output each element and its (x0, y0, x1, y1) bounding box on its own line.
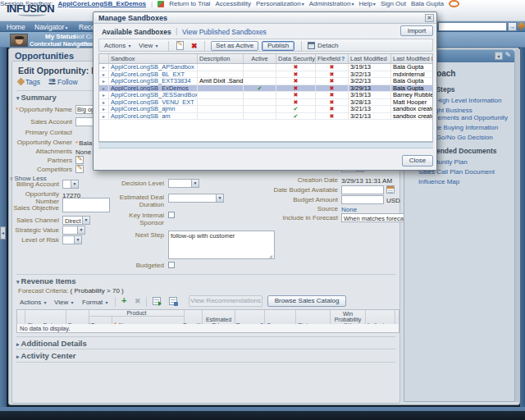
additional-details-section-header[interactable]: ▸Additional Details (16, 339, 87, 348)
follow-link[interactable]: Follow (48, 78, 78, 86)
strategic-value-select[interactable]: ▼ (62, 226, 85, 235)
menu-return-to-trial[interactable]: Return to Trial (169, 0, 210, 7)
sandbox-row[interactable]: ▸ApplCoreLongSB_EXT33834Amit Dixit .Sand… (99, 78, 432, 85)
competitors-edit-icon[interactable] (75, 165, 84, 173)
detach-button[interactable]: Detach (317, 42, 338, 49)
coach-doc-link[interactable]: Influence Map (418, 178, 511, 185)
dialog-title-bar[interactable]: Manage Sandboxes (94, 12, 436, 24)
sandbox-row[interactable]: ▸ApplCoreLongSB_am✔✖3/21/13sandbox creat… (99, 113, 432, 121)
calendar-icon[interactable] (386, 185, 395, 194)
key-internal-sponsor-checkbox[interactable] (168, 212, 175, 218)
row-expand-icon[interactable]: ▸ (103, 107, 105, 112)
presence-ring-icon[interactable] (449, 0, 459, 7)
budget-amount-label: Budget Amount (271, 197, 338, 204)
flexfield-column-header[interactable]: Flexfield? (316, 54, 349, 63)
browse-sales-catalog-button[interactable]: Browse Sales Catalog (267, 295, 346, 307)
contextual-nav-value[interactable]: Yes (82, 40, 93, 48)
tab-available-sandboxes[interactable]: Available Sandboxes (102, 28, 171, 36)
chevron-down-icon: ▾ (302, 2, 304, 7)
budgeted-checkbox[interactable] (168, 262, 175, 268)
sandbox-column-header[interactable]: Sandbox (109, 54, 198, 63)
sales-channel-select[interactable]: Direct▼ (62, 216, 90, 225)
export-table-icon[interactable] (153, 297, 161, 305)
rail-scrollbar[interactable] (515, 49, 520, 402)
partners-edit-icon[interactable] (75, 156, 84, 164)
menu-help[interactable]: Help▾ (358, 0, 375, 7)
next-step-textarea[interactable]: follow-up with customer (168, 231, 275, 259)
row-expand-icon[interactable]: ▸ (103, 93, 105, 98)
import-button[interactable]: Import (400, 25, 433, 36)
sandbox-row[interactable]: ▸ApplCoreLongSB_ExDemos✔✖✖3/29/13Bala Gu… (99, 85, 432, 93)
detach-icon[interactable] (308, 42, 315, 49)
activity-center-section-header[interactable]: ▸Activity Center (16, 351, 76, 360)
sandbox-name-link[interactable]: ApplCoreLongSB_ExDemos (111, 85, 189, 92)
search-go-button[interactable]: → (508, 22, 517, 31)
revenue-format-menu[interactable]: Format ▾ (82, 299, 108, 306)
row-expand-icon[interactable]: ▸ (103, 72, 105, 77)
dialog-close-icon[interactable]: ✕ (425, 14, 434, 22)
sandbox-row[interactable]: ▸ApplCoreLongSB_VENU_EXT✖✖3/28/13Matt Ho… (99, 99, 432, 107)
sandbox-row[interactable]: ▸ApplCoreLongSB_ajmn✔✖3/21/13sandbox cre… (99, 106, 432, 113)
row-expand-icon[interactable]: ▸ (103, 65, 105, 70)
nav-navigator[interactable]: Navigator▾ (34, 23, 67, 31)
sandbox-name-link[interactable]: ApplCoreLongSB_APSandbox (111, 64, 194, 71)
revenue-items-section-header[interactable]: ▾Revenue Items (16, 276, 76, 285)
revenue-actions-menu[interactable]: Actions ▾ (20, 299, 46, 306)
row-expand-icon[interactable]: ▸ (103, 86, 105, 91)
row-expand-icon[interactable]: ▸ (103, 114, 105, 119)
decision-level-select[interactable]: ▼ (168, 179, 199, 188)
budget-amount-input[interactable] (341, 195, 384, 204)
close-button[interactable]: Close (402, 155, 433, 167)
menu-administration[interactable]: Administration▾ (309, 0, 354, 7)
source-value[interactable]: None (341, 206, 357, 213)
revenue-view-menu[interactable]: View ▾ (54, 299, 73, 306)
product-group-header[interactable]: Product (89, 310, 184, 317)
row-expand-icon[interactable]: ▸ (103, 79, 105, 84)
publish-button[interactable]: Publish (262, 41, 294, 51)
sandbox-name-link[interactable]: ApplCoreLongSB_JESSandBox (111, 92, 198, 98)
divider (168, 41, 169, 51)
last-modified-by-column-header[interactable]: Last Modified By (391, 54, 432, 63)
forecast-criteria-value: ( Probability > 70 ) (71, 287, 124, 294)
summary-section-header[interactable]: ▾Summary (16, 93, 57, 102)
data-security-column-header[interactable]: Data Security (276, 54, 316, 63)
strategic-value-label: Strategic Value (7, 227, 59, 235)
sandbox-row[interactable]: ▸ApplCoreLongSB_JESSandBox✖✖3/19/13Barne… (99, 92, 432, 99)
set-as-active-button[interactable]: Set as Active (211, 41, 258, 51)
detach-table-icon[interactable] (169, 297, 177, 305)
date-budget-available-input[interactable] (341, 185, 384, 194)
sales-objective-textarea[interactable] (62, 198, 110, 212)
nav-home[interactable]: Home (7, 23, 25, 31)
sandbox-row[interactable]: ▸ApplCoreLongSB_BL_EXT✖✖3/22/13mdxintern… (99, 71, 432, 79)
collapse-up-icon[interactable]: ▴ (495, 52, 503, 60)
estimated-deal-duration-select[interactable]: ▼ (168, 194, 224, 203)
last-modified-column-header[interactable]: Last Modified (349, 54, 391, 63)
description-column-header[interactable]: Description (198, 54, 244, 63)
active-column-header[interactable]: Active (244, 54, 276, 63)
sandbox-row[interactable]: ▸ApplCoreLongSB_APSandbox✖✖3/19/13Bala G… (99, 64, 432, 71)
sandbox-name-link[interactable]: ApplCoreLongSB_ajmn (111, 106, 175, 112)
sandbox-name-link[interactable]: ApplCoreLongSB_VENU_EXT (111, 99, 194, 106)
sandbox-actions-menu[interactable]: Actions ▾ (104, 42, 130, 49)
tab-view-published-sandboxes[interactable]: View Published Sandboxes (182, 28, 267, 36)
sandbox-view-menu[interactable]: View ▾ (139, 42, 158, 49)
panel-splitter-handle[interactable]: ◂ (0, 226, 6, 240)
level-of-risk-select[interactable]: ▼ (62, 235, 82, 244)
add-row-icon[interactable]: + (121, 296, 126, 305)
row-expand-icon[interactable]: ▸ (103, 100, 105, 105)
menu-personalization[interactable]: Personalization▾ (256, 0, 304, 7)
sandbox-name-link[interactable]: ApplCoreLongSB_am (111, 113, 171, 120)
sandbox-name-link[interactable]: ApplCoreLongSB_BL_EXT (111, 71, 185, 78)
edit-pencil-icon[interactable]: ✎ (504, 51, 511, 59)
global-search-input[interactable] (438, 22, 507, 31)
session-sandbox-link[interactable]: ApplCoreLongSB_ExDemos (58, 0, 147, 7)
menu-accessibility[interactable]: Accessibility (215, 0, 251, 7)
create-sandbox-icon[interactable] (176, 41, 184, 50)
delete-sandbox-icon[interactable]: ✖ (191, 42, 198, 50)
billing-account-select[interactable]: ▼ (62, 180, 79, 189)
tags-link[interactable]: Tags (18, 78, 40, 86)
sandbox-name-link[interactable]: ApplCoreLongSB_EXT33834 (111, 78, 191, 84)
menu-sign-out[interactable]: Sign Out (381, 0, 406, 7)
chevron-right-icon: ▸ (16, 354, 20, 359)
current-user: Bala Gupta (411, 0, 444, 7)
